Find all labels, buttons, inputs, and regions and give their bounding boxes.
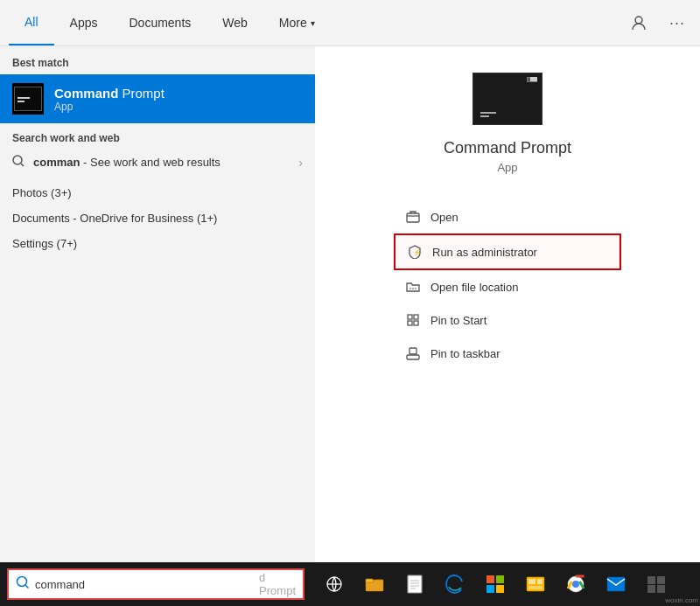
top-nav: All Apps Documents Web More ▾ ··· — [0, 0, 700, 46]
web-search-arrow: › — [298, 156, 303, 170]
person-icon — [631, 15, 647, 31]
web-search-text: comman - See work and web results — [33, 156, 220, 169]
context-item-pin-start[interactable]: Pin to Start — [394, 303, 621, 337]
svg-rect-7 — [414, 315, 418, 319]
svg-rect-11 — [410, 348, 416, 354]
nav-icons: ··· — [625, 9, 691, 37]
best-match-title: Command Prompt — [54, 86, 164, 101]
more-options-button[interactable]: ··· — [663, 9, 691, 37]
search-work-web-section: Search work and web comman - See work an… — [0, 123, 315, 180]
watermark: woxin.com — [665, 596, 698, 604]
tab-apps[interactable]: Apps — [54, 0, 114, 45]
svg-rect-25 — [486, 585, 494, 593]
tab-documents[interactable]: Documents — [113, 0, 206, 45]
ellipsis-icon: ··· — [669, 14, 685, 32]
left-panel: Best match Command Prompt App Search wor… — [0, 46, 315, 562]
context-item-open-location[interactable]: Open file location — [394, 270, 621, 303]
notepad-button[interactable] — [396, 565, 434, 603]
right-app-name: Command Prompt — [444, 139, 571, 157]
mail-button[interactable] — [597, 565, 635, 603]
svg-rect-10 — [407, 355, 419, 359]
context-item-pin-taskbar[interactable]: Pin to taskbar — [394, 337, 621, 370]
tab-web[interactable]: Web — [206, 0, 263, 45]
photos-button[interactable] — [516, 565, 555, 603]
svg-rect-33 — [607, 577, 625, 591]
right-panel: Command Prompt App Open — [315, 46, 700, 562]
web-search-item[interactable]: comman - See work and web results › — [12, 150, 303, 175]
svg-text:⚡: ⚡ — [413, 248, 421, 256]
pin-start-icon — [404, 311, 422, 329]
svg-rect-23 — [486, 575, 494, 583]
command-prompt-icon — [12, 83, 44, 115]
svg-point-0 — [635, 17, 642, 24]
svg-rect-29 — [537, 579, 542, 584]
task-view-button[interactable] — [315, 565, 354, 603]
run-admin-label: Run as administrator — [432, 246, 537, 259]
pin-taskbar-label: Pin to taskbar — [430, 347, 500, 360]
pin-taskbar-icon — [404, 345, 422, 362]
context-item-run-admin[interactable]: ⚡ Run as administrator — [394, 233, 621, 270]
more-dropdown-arrow: ▾ — [311, 18, 315, 28]
svg-rect-8 — [408, 321, 412, 325]
taskbar-search-icon — [16, 575, 30, 593]
list-item-settings[interactable]: Settings (7+) — [0, 231, 315, 256]
svg-rect-30 — [528, 586, 542, 589]
search-box[interactable]: d Prompt — [7, 568, 304, 600]
svg-rect-17 — [366, 579, 373, 582]
best-match-subtitle: App — [54, 101, 164, 113]
svg-point-12 — [18, 577, 27, 587]
chrome-button[interactable] — [556, 565, 595, 603]
store-button[interactable] — [476, 565, 514, 603]
context-menu: Open ⚡ Run as administrator — [394, 200, 621, 370]
best-match-text: Command Prompt App — [54, 86, 164, 113]
tab-all[interactable]: All — [9, 0, 54, 45]
list-item-documents[interactable]: Documents - OneDrive for Business (1+) — [0, 205, 315, 231]
svg-rect-26 — [496, 585, 504, 593]
search-icon — [12, 155, 24, 170]
edge-browser-button[interactable] — [436, 565, 474, 603]
svg-rect-9 — [414, 321, 418, 325]
best-match-item[interactable]: Command Prompt App — [0, 74, 315, 123]
taskbar: d Prompt — [0, 562, 700, 606]
tab-more[interactable]: More ▾ — [263, 0, 331, 45]
svg-rect-3 — [407, 213, 419, 222]
list-item-photos[interactable]: Photos (3+) — [0, 180, 315, 205]
search-work-web-label: Search work and web — [12, 132, 303, 144]
file-explorer-button[interactable] — [355, 565, 394, 603]
svg-point-1 — [13, 156, 22, 164]
svg-rect-28 — [528, 579, 536, 584]
svg-rect-35 — [657, 576, 665, 584]
main-layout: Best match Command Prompt App Search wor… — [0, 46, 700, 562]
search-suffix-text: d Prompt — [259, 571, 296, 597]
svg-rect-24 — [496, 575, 504, 583]
nav-tabs: All Apps Documents Web More ▾ — [9, 0, 331, 45]
taskbar-icons — [315, 565, 693, 603]
svg-rect-34 — [648, 576, 655, 584]
context-item-open[interactable]: Open — [394, 200, 621, 233]
person-icon-button[interactable] — [625, 9, 653, 37]
open-location-label: Open file location — [430, 281, 518, 294]
right-app-type: App — [497, 161, 517, 174]
svg-rect-36 — [648, 585, 655, 593]
app-large-icon — [472, 73, 542, 125]
shield-icon: ⚡ — [406, 243, 424, 261]
folder-icon — [404, 278, 422, 296]
svg-point-32 — [572, 581, 579, 588]
pin-start-label: Pin to Start — [430, 314, 486, 327]
svg-line-2 — [21, 164, 24, 166]
svg-line-13 — [25, 585, 29, 589]
svg-rect-18 — [408, 575, 422, 593]
open-icon — [404, 208, 422, 226]
svg-rect-37 — [657, 585, 665, 593]
best-match-label: Best match — [0, 46, 315, 74]
open-label: Open — [430, 211, 458, 224]
svg-rect-6 — [408, 315, 412, 319]
taskbar-search-input[interactable] — [35, 578, 254, 591]
